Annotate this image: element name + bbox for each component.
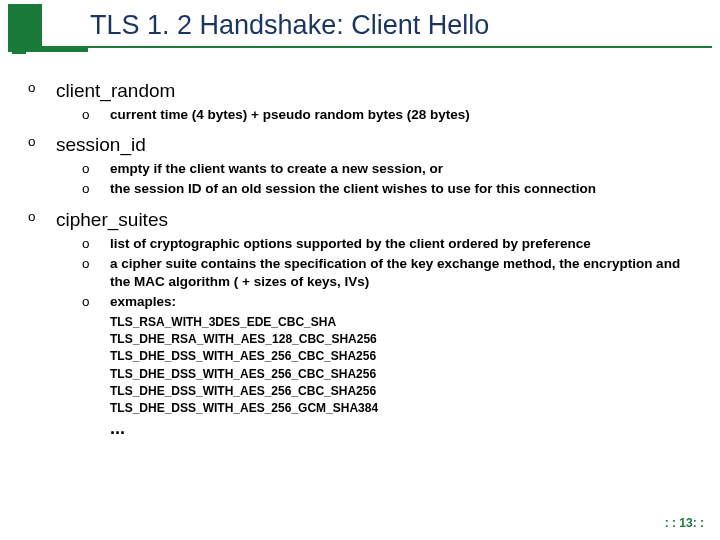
- title-bar: TLS 1. 2 Handshake: Client Hello: [8, 4, 712, 60]
- list-item: o a cipher suite contains the specificat…: [82, 255, 692, 291]
- bullet-icon: o: [82, 160, 110, 178]
- section-label: client_random: [56, 80, 175, 102]
- example-line: TLS_DHE_DSS_WITH_AES_256_GCM_SHA384: [110, 400, 692, 417]
- list-item: o list of cryptographic options supporte…: [82, 235, 692, 253]
- list-item: o current time (4 bytes) + pseudo random…: [82, 106, 692, 124]
- slide-title: TLS 1. 2 Handshake: Client Hello: [90, 10, 489, 41]
- list-item: o exmaples:: [82, 293, 692, 311]
- example-line: TLS_DHE_DSS_WITH_AES_256_CBC_SHA256: [110, 383, 692, 400]
- list-item: o the session ID of an old session the c…: [82, 180, 692, 198]
- bullet-icon: o: [82, 106, 110, 124]
- item-text: exmaples:: [110, 293, 692, 311]
- example-line: TLS_DHE_DSS_WITH_AES_256_CBC_SHA256: [110, 348, 692, 365]
- section-session-id: o session_id: [28, 134, 692, 156]
- example-line: TLS_RSA_WITH_3DES_EDE_CBC_SHA: [110, 314, 692, 331]
- section-label: cipher_suites: [56, 209, 168, 231]
- item-text: list of cryptographic options supported …: [110, 235, 692, 253]
- bullet-icon: o: [28, 134, 56, 156]
- title-text-box: TLS 1. 2 Handshake: Client Hello: [42, 4, 712, 48]
- bullet-icon: o: [28, 209, 56, 231]
- item-text: a cipher suite contains the specificatio…: [110, 255, 692, 291]
- bullet-icon: o: [82, 180, 110, 198]
- example-line: TLS_DHE_RSA_WITH_AES_128_CBC_SHA256: [110, 331, 692, 348]
- bullet-icon: o: [82, 235, 110, 253]
- item-text: the session ID of an old session the cli…: [110, 180, 692, 198]
- bullet-icon: o: [82, 293, 110, 311]
- list-item: o empty if the client wants to create a …: [82, 160, 692, 178]
- section-client-random: o client_random: [28, 80, 692, 102]
- section-cipher-suites: o cipher_suites: [28, 209, 692, 231]
- page-number: : : 13: :: [665, 516, 704, 530]
- example-line: TLS_DHE_DSS_WITH_AES_256_CBC_SHA256: [110, 366, 692, 383]
- cipher-examples: TLS_RSA_WITH_3DES_EDE_CBC_SHA TLS_DHE_RS…: [110, 314, 692, 418]
- ellipsis: ...: [110, 418, 692, 439]
- slide-content: o client_random o current time (4 bytes)…: [0, 68, 720, 439]
- bullet-icon: o: [28, 80, 56, 102]
- section-label: session_id: [56, 134, 146, 156]
- item-text: current time (4 bytes) + pseudo random b…: [110, 106, 692, 124]
- bullet-icon: o: [82, 255, 110, 291]
- item-text: empty if the client wants to create a ne…: [110, 160, 692, 178]
